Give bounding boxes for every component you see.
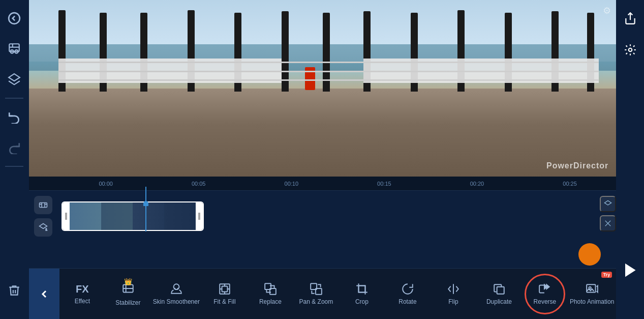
timeline-layer-icons: [600, 196, 616, 231]
clip-icon-button[interactable]: [34, 196, 52, 214]
fx-label: Effect: [75, 298, 90, 305]
main-content: ⚙ PowerDirector 00:00 00:05 00:10 00:15 …: [29, 0, 616, 319]
reverse-icon: [538, 282, 551, 296]
clip-handle-right[interactable]: [196, 202, 203, 230]
pan-zoom-label: Pan & Zoom: [299, 298, 333, 305]
toolbar-item-reverse[interactable]: Reverse: [522, 269, 568, 319]
video-frame: ⚙ PowerDirector: [29, 0, 616, 177]
svg-marker-6: [9, 74, 20, 81]
svg-rect-24: [222, 286, 228, 292]
toolbar-item-flip[interactable]: Flip: [431, 269, 476, 319]
toolbar-items: FX Effect 👑 Stabilizer: [59, 269, 616, 319]
crown-icon: 👑: [124, 278, 132, 285]
rope-top: [58, 62, 599, 63]
replace-label: Replace: [259, 298, 282, 305]
duplicate-label: Duplicate: [486, 298, 512, 305]
pan-zoom-icon: [310, 282, 323, 296]
toolbar-item-crop[interactable]: Crop: [339, 269, 385, 319]
timeline-ruler: 00:00 00:05 00:10 00:15 00:20 00:25: [29, 177, 616, 191]
layer-icon-1[interactable]: [600, 196, 616, 212]
right-panel: [616, 0, 644, 319]
left-sidebar: [0, 0, 29, 319]
ruler-mark-5: 00:25: [524, 181, 617, 187]
rotate-label: Rotate: [398, 298, 416, 305]
replace-icon: [264, 282, 277, 296]
rope-bottom: [58, 79, 599, 81]
delete-button[interactable]: [1, 277, 27, 304]
video-clip[interactable]: [62, 201, 204, 231]
photo-animation-label: Photo Animation: [570, 298, 614, 305]
toolbar-item-stabilizer[interactable]: 👑 Stabilizer: [105, 269, 151, 319]
ground-layer: [29, 89, 616, 177]
flip-icon: [447, 282, 460, 296]
toolbar-item-fx[interactable]: FX Effect: [59, 269, 105, 319]
toolbar-item-replace[interactable]: Replace: [248, 269, 293, 319]
svg-rect-7: [39, 203, 47, 208]
toolbar-item-photo-animation[interactable]: Try Photo Animation: [568, 269, 616, 319]
divider-1: [5, 98, 23, 99]
toolbar-item-skin[interactable]: Skin Smoothener: [151, 269, 202, 319]
fit-fill-icon: [218, 282, 231, 296]
photo-animation-icon: [586, 282, 599, 296]
clip-thumbnail-left: [70, 202, 133, 230]
ruler-mark-1: 00:05: [152, 181, 245, 187]
skin-label: Skin Smoothener: [153, 298, 200, 305]
clip-track: [56, 201, 596, 231]
play-button[interactable]: [617, 257, 643, 283]
video-preview: ⚙ PowerDirector: [29, 0, 616, 177]
ruler-mark-3: 00:15: [338, 181, 431, 187]
timeline-content: 1: [29, 191, 616, 242]
reverse-label: Reverse: [534, 298, 557, 305]
share-button[interactable]: [617, 5, 643, 32]
divider-2: [5, 166, 23, 167]
toolbar-item-pan-zoom[interactable]: Pan & Zoom: [293, 269, 339, 319]
svg-rect-35: [497, 287, 504, 294]
skin-icon: [170, 282, 183, 296]
undo-button[interactable]: [1, 104, 27, 130]
ruler-marks: 00:00 00:05 00:10 00:15 00:20 00:25: [59, 181, 616, 187]
svg-point-0: [9, 13, 20, 24]
clip-thumbnail-right: [133, 202, 196, 230]
ruler-mark-2: 00:10: [245, 181, 338, 187]
svg-marker-42: [625, 264, 635, 276]
toolbar-item-rotate[interactable]: Rotate: [385, 269, 431, 319]
svg-marker-18: [605, 200, 611, 205]
layer-icon-2[interactable]: [600, 215, 616, 231]
crop-label: Crop: [355, 298, 369, 305]
crop-icon: [355, 282, 369, 296]
svg-text:1: 1: [45, 228, 47, 231]
media-button[interactable]: [1, 36, 27, 62]
toolbar-item-fit-fill[interactable]: Fit & Fill: [202, 269, 248, 319]
orange-dot: [578, 243, 601, 266]
rope-mid: [58, 71, 599, 72]
settings-corner-icon: ⚙: [603, 5, 611, 16]
duplicate-icon: [493, 282, 506, 296]
effect-layer-button[interactable]: 1: [34, 218, 52, 237]
svg-rect-33: [358, 286, 365, 293]
stabilizer-label: Stabilizer: [115, 299, 140, 306]
rotate-icon: [401, 282, 414, 296]
back-button[interactable]: [1, 5, 27, 32]
timeline-icons: 1: [34, 196, 52, 237]
bottom-toolbar: FX Effect 👑 Stabilizer: [29, 268, 616, 319]
toolbar-back-button[interactable]: [29, 269, 59, 319]
layers-button[interactable]: [1, 66, 27, 93]
help-settings-button[interactable]: [617, 37, 643, 63]
try-badge: Try: [601, 272, 612, 278]
ruler-mark-4: 00:20: [431, 181, 524, 187]
ruler-mark-0: 00:00: [59, 181, 152, 187]
fit-fill-label: Fit & Fill: [213, 298, 235, 305]
playhead[interactable]: [145, 187, 146, 231]
fx-icon: FX: [76, 283, 89, 295]
timeline-area: 00:00 00:05 00:10 00:15 00:20 00:25: [29, 177, 616, 268]
watermark-text: PowerDirector: [546, 161, 608, 170]
clip-handle-left[interactable]: [63, 202, 70, 230]
toolbar-item-duplicate[interactable]: Duplicate: [476, 269, 522, 319]
flip-label: Flip: [448, 298, 458, 305]
video-scene: [29, 0, 616, 177]
redo-button[interactable]: [1, 134, 27, 161]
svg-point-41: [628, 48, 632, 52]
